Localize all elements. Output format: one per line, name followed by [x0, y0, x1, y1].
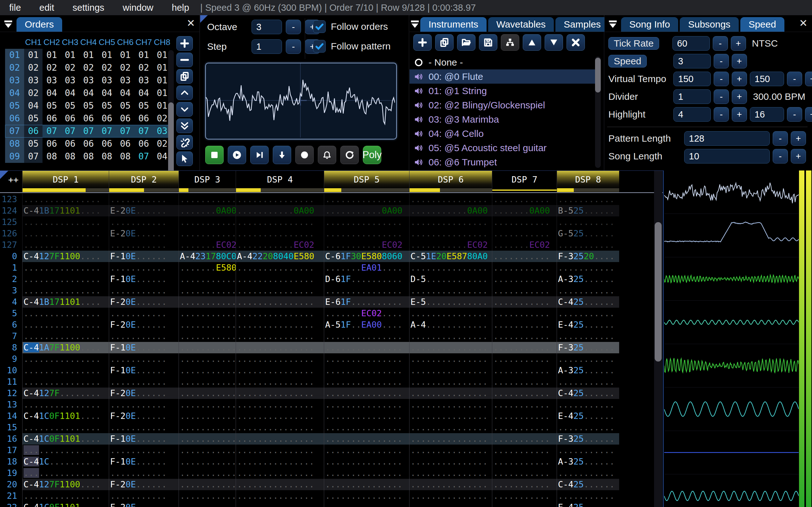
order-cell[interactable]: 06: [61, 137, 79, 150]
order-cell[interactable]: 04: [135, 87, 153, 100]
pattern-length-plus-button[interactable]: +: [791, 131, 806, 146]
pattern-cell[interactable]: ...............: [22, 285, 109, 296]
pattern-cell[interactable]: ...............: [409, 342, 492, 353]
order-edit-mode-button[interactable]: [176, 135, 193, 150]
pattern-cell[interactable]: ...............: [236, 456, 324, 467]
highlight-first-plus-button[interactable]: +: [732, 107, 747, 122]
pattern-cell[interactable]: ...............: [236, 467, 324, 479]
pattern-cell[interactable]: ...........: [179, 376, 236, 388]
pattern-cell[interactable]: ...............: [236, 422, 324, 433]
order-cell[interactable]: 07: [135, 150, 153, 163]
pattern-cell[interactable]: ...............: [22, 399, 109, 410]
pattern-cell[interactable]: ...........: [492, 262, 557, 274]
tab-orders[interactable]: Orders: [16, 17, 62, 32]
pattern-cell[interactable]: ...........: [492, 296, 557, 308]
pattern-cell[interactable]: ...............: [324, 388, 409, 399]
pattern-cell[interactable]: ...............: [324, 422, 409, 433]
pattern-cell[interactable]: C-41A7F1100....: [22, 342, 109, 353]
order-cell[interactable]: 06: [135, 112, 153, 125]
song-length-plus-button[interactable]: +: [791, 149, 806, 164]
order-cell[interactable]: 03: [61, 74, 79, 87]
pattern-cell[interactable]: ...............: [409, 467, 492, 479]
pattern-cell[interactable]: ...........: [179, 467, 236, 479]
order-cell[interactable]: 07: [61, 125, 79, 137]
song-length-minus-button[interactable]: -: [773, 149, 788, 164]
pattern-cell[interactable]: B-525......: [557, 205, 619, 216]
pattern-cell[interactable]: ...........: [492, 365, 557, 376]
order-cell[interactable]: 04: [79, 87, 98, 100]
order-cell[interactable]: 06: [135, 137, 153, 150]
pattern-row-19[interactable]: 19......................................…: [0, 467, 663, 479]
channel-header-dsp-4[interactable]: DSP 4: [236, 171, 324, 188]
order-cell[interactable]: 06: [43, 112, 61, 125]
pattern-cell[interactable]: E-61F..........: [324, 296, 409, 308]
pattern-cell[interactable]: ...........: [557, 193, 619, 205]
pattern-cell[interactable]: ...........: [557, 445, 619, 456]
pattern-cell[interactable]: A-325......: [557, 365, 619, 376]
pattern-cell[interactable]: ...............: [236, 445, 324, 456]
pattern-cell[interactable]: A-51F..EA00....: [324, 319, 409, 331]
order-cell[interactable]: 07: [98, 125, 116, 137]
pattern-cell[interactable]: ...............: [236, 479, 324, 490]
repeat-pattern-button[interactable]: [340, 146, 359, 164]
pattern-cell[interactable]: ...........: [109, 399, 179, 410]
pattern-cell[interactable]: ...............: [324, 490, 409, 502]
tick-rate-label[interactable]: Tick Rate: [608, 37, 659, 50]
pattern-row-126[interactable]: 126...............E-20E.................…: [0, 228, 663, 239]
pattern-cell[interactable]: ...........: [492, 445, 557, 456]
pattern-cell[interactable]: ...........: [557, 331, 619, 342]
pattern-cell[interactable]: ...........: [557, 285, 619, 296]
tab-subsongs[interactable]: Subsongs: [680, 17, 739, 32]
pattern-cell[interactable]: E-20E......: [109, 228, 179, 239]
pattern-cell[interactable]: D-61F..........: [324, 274, 409, 285]
pattern-cell[interactable]: ...............: [409, 422, 492, 433]
pattern-cell[interactable]: ...............: [324, 376, 409, 388]
pattern-cell[interactable]: ...........: [179, 433, 236, 445]
pattern-cell[interactable]: ...........: [492, 308, 557, 319]
pattern-cell[interactable]: C-425......: [557, 479, 619, 490]
tab-instruments[interactable]: Instruments: [420, 17, 487, 32]
tab-wavetables[interactable]: Wavetables: [488, 17, 554, 32]
duplicate-instrument-button[interactable]: [435, 34, 454, 51]
order-cell[interactable]: 02: [61, 61, 79, 74]
highlight-first-input[interactable]: 4: [673, 107, 711, 122]
pattern-cell[interactable]: ...............: [324, 353, 409, 365]
pattern-cell[interactable]: ...............: [409, 228, 492, 239]
order-cell[interactable]: 05: [24, 137, 43, 150]
pattern-cell[interactable]: ...............: [22, 319, 109, 331]
pattern-cell[interactable]: ...........: [557, 308, 619, 319]
pattern-cell[interactable]: ...............: [22, 445, 109, 456]
instrument-item[interactable]: 02: @2 Blingy/Glockenspiel: [409, 98, 597, 112]
order-row-06[interactable]: 060506060606060602: [5, 112, 171, 125]
pattern-cell[interactable]: ...........: [179, 353, 236, 365]
collapse-icon[interactable]: [0, 17, 16, 32]
pattern-cell[interactable]: ...........: [179, 399, 236, 410]
pattern-cell[interactable]: ...........: [179, 445, 236, 456]
pattern-scrollbar[interactable]: [654, 171, 662, 507]
pattern-cell[interactable]: F-10E......: [109, 456, 179, 467]
menu-settings[interactable]: settings: [63, 3, 113, 13]
remove-order-button[interactable]: [176, 53, 193, 67]
order-cell[interactable]: 04: [61, 87, 79, 100]
highlight-second-input[interactable]: 16: [750, 107, 784, 122]
pattern-cell[interactable]: F-20E......: [109, 388, 179, 399]
pattern-cell[interactable]: ...............: [22, 216, 109, 228]
pattern-cell[interactable]: ...............: [22, 467, 109, 479]
pattern-cell[interactable]: .......EC02: [179, 239, 236, 250]
order-cell[interactable]: 08: [116, 150, 135, 163]
speed-minus-button[interactable]: -: [714, 54, 729, 68]
pattern-cell[interactable]: ...........: [492, 388, 557, 399]
order-cell[interactable]: 06: [116, 112, 135, 125]
divider-minus-button[interactable]: -: [714, 89, 729, 104]
pattern-cell[interactable]: ...............: [409, 308, 492, 319]
pattern-cell[interactable]: ...........: [179, 296, 236, 308]
pattern-cell[interactable]: C-41C..........: [22, 456, 109, 467]
pattern-cell[interactable]: ...............: [409, 285, 492, 296]
orders-grid[interactable]: CH1CH2CH3CH4CH5CH6CH7CH80101010101010101…: [5, 36, 171, 163]
pattern-cell[interactable]: ...........: [557, 422, 619, 433]
pattern-cell[interactable]: F-20E......: [109, 502, 179, 507]
order-cell[interactable]: 03: [116, 74, 135, 87]
order-select-mode-button[interactable]: [176, 152, 193, 166]
channel-header-dsp-2[interactable]: DSP 2: [109, 171, 179, 188]
pattern-cell[interactable]: ...........: [492, 228, 557, 239]
